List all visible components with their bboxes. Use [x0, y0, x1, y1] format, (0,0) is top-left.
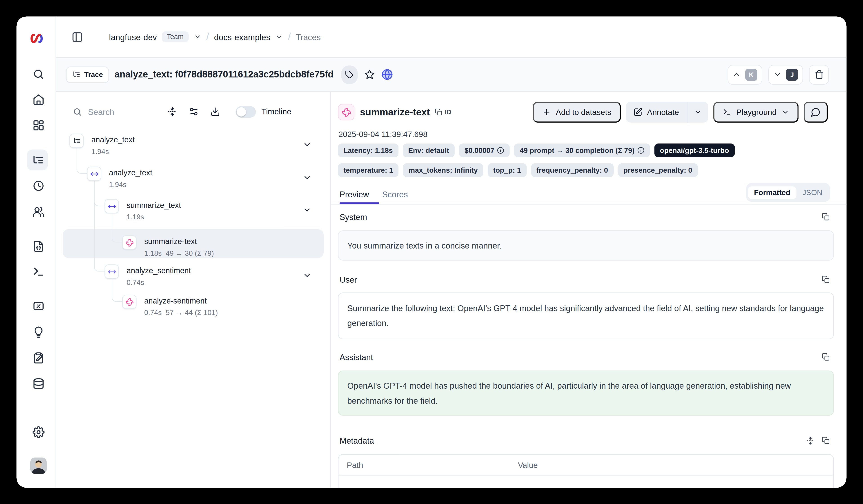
collapse-chevron-icon[interactable] — [303, 271, 312, 280]
collapse-chevron-icon[interactable] — [303, 206, 312, 215]
observation-timestamp: 2025-09-04 11:39:47.698 — [338, 130, 427, 139]
tree-row-label[interactable]: summarize-text — [144, 237, 197, 246]
search-input[interactable] — [88, 107, 154, 116]
metadata-table: Path Value — [338, 454, 834, 488]
model-params-row: temperature: 1 max_tokens: Infinity top_… — [338, 163, 698, 177]
trace-button-label: Trace — [84, 70, 103, 79]
copy-icon[interactable] — [822, 275, 830, 284]
param-badge: top_p: 1 — [488, 163, 527, 177]
dashboard-icon[interactable] — [32, 119, 45, 131]
tree-row-duration: 1.94s — [109, 180, 126, 189]
param-badge: temperature: 1 — [338, 163, 399, 177]
copy-icon[interactable] — [822, 437, 830, 445]
generation-node-icon[interactable] — [122, 235, 137, 250]
bookmark-star-icon[interactable] — [364, 69, 375, 80]
copy-icon[interactable] — [822, 353, 830, 361]
param-badge: presence_penalty: 0 — [618, 163, 698, 177]
tab-scores[interactable]: Scores — [382, 190, 408, 199]
system-section-heading: System — [340, 212, 367, 222]
panel-collapse-icon[interactable] — [72, 31, 83, 42]
cost-badge[interactable]: $0.00007 — [459, 143, 510, 157]
copy-id-button[interactable]: ID — [435, 108, 451, 116]
previous-trace-button[interactable]: K — [728, 65, 762, 85]
breadcrumb-separator: / — [288, 31, 291, 43]
fold-vertical-icon[interactable] — [167, 107, 177, 117]
tracing-tree-icon[interactable] — [32, 154, 44, 167]
collapse-chevron-icon[interactable] — [303, 140, 312, 149]
breadcrumb-environment[interactable]: docs-examples — [214, 32, 270, 41]
tree-row-duration: 1.19s — [126, 213, 144, 221]
add-to-datasets-label: Add to datasets — [556, 108, 611, 117]
format-formatted-option[interactable]: Formatted — [748, 186, 797, 199]
settings-gear-icon[interactable] — [32, 426, 45, 438]
observation-title: summarize-text — [360, 106, 430, 118]
metrics-badge-row: Latency: 1.18s Env: default $0.00007 49 … — [338, 143, 735, 157]
env-badge: Env: default — [403, 143, 455, 157]
model-badge[interactable]: openai/gpt-3.5-turbo — [654, 143, 735, 157]
tokens-badge[interactable]: 49 prompt → 30 completion (Σ 79) — [514, 143, 650, 157]
unfold-vertical-icon[interactable] — [806, 437, 815, 445]
user-section-heading: User — [340, 275, 357, 284]
format-toggle: Formatted JSON — [746, 183, 830, 202]
public-globe-icon[interactable] — [382, 69, 393, 80]
tree-row-metrics: 1.18s 49 → 30 (Σ 79) — [144, 249, 214, 257]
metadata-table-header: Path Value — [338, 455, 833, 476]
chevron-down-icon[interactable] — [193, 33, 201, 41]
user-avatar[interactable] — [30, 457, 47, 474]
trace-tree-panel: Timeline analyze_text 1.94s anal — [56, 92, 331, 488]
lightbulb-icon[interactable] — [32, 326, 45, 338]
breadcrumb-section[interactable]: Traces — [296, 32, 321, 41]
breadcrumb-project[interactable]: langfuse-dev — [109, 32, 157, 41]
search-icon[interactable] — [32, 68, 45, 80]
format-json-option[interactable]: JSON — [797, 186, 828, 199]
id-label: ID — [445, 108, 451, 116]
span-node-icon[interactable] — [87, 167, 101, 181]
param-badge: max_tokens: Infinity — [403, 163, 483, 177]
prompts-file-icon[interactable] — [32, 240, 45, 252]
span-node-icon[interactable] — [104, 264, 119, 279]
breadcrumb: langfuse-dev Team / docs-examples / Trac… — [109, 31, 321, 43]
timeline-toggle[interactable] — [236, 106, 256, 117]
playground-terminal-icon[interactable] — [32, 266, 45, 278]
tree-search[interactable] — [73, 107, 154, 116]
collapse-chevron-icon[interactable] — [303, 173, 312, 182]
home-icon[interactable] — [32, 93, 45, 105]
next-trace-button[interactable]: J — [768, 65, 803, 85]
tree-row-label[interactable]: analyze-sentiment — [144, 296, 207, 305]
assistant-message-box: OpenAI's GPT-4 model has pushed the boun… — [338, 371, 834, 416]
annotate-button[interactable]: Annotate — [625, 102, 687, 122]
detail-tabs: Preview Scores — [340, 185, 408, 203]
copy-icon[interactable] — [822, 213, 830, 221]
annotate-dropdown-chevron[interactable] — [687, 102, 708, 122]
scores-percent-icon[interactable] — [32, 300, 45, 312]
tree-row-label[interactable]: analyze_text — [91, 135, 135, 144]
tree-row-label[interactable]: summarize_text — [126, 201, 181, 209]
org-team-badge: Team — [162, 31, 189, 42]
tree-row-duration: 1.94s — [91, 147, 109, 156]
top-navigation-bar: langfuse-dev Team / docs-examples / Trac… — [56, 16, 847, 58]
generation-node-icon[interactable] — [122, 295, 137, 309]
playground-button[interactable]: Playground — [713, 102, 799, 122]
trace-type-button[interactable]: Trace — [66, 66, 109, 82]
comments-button[interactable] — [804, 102, 828, 122]
trace-header-bar: Trace analyze_text: f0f78d8887011612a3c2… — [56, 58, 847, 92]
users-icon[interactable] — [32, 206, 45, 218]
tree-row-label[interactable]: analyze_sentiment — [126, 266, 191, 275]
langfuse-logo[interactable] — [29, 32, 44, 44]
add-to-datasets-button[interactable]: Add to datasets — [533, 102, 621, 122]
timeline-label: Timeline — [261, 107, 291, 116]
trace-node-icon[interactable] — [70, 133, 84, 148]
tree-row-label[interactable]: analyze_text — [109, 168, 152, 177]
breadcrumb-separator: / — [206, 31, 209, 43]
download-icon[interactable] — [210, 107, 220, 117]
sessions-clock-icon[interactable] — [32, 180, 45, 192]
span-node-icon[interactable] — [104, 199, 119, 214]
user-message-box: Summarize the following text: OpenAI's G… — [338, 293, 834, 339]
annotation-clipboard-icon[interactable] — [32, 352, 45, 364]
datasets-database-icon[interactable] — [32, 378, 45, 390]
chevron-down-icon[interactable] — [275, 33, 283, 41]
delete-trace-button[interactable] — [809, 65, 829, 85]
tab-preview[interactable]: Preview — [340, 190, 369, 199]
tag-icon[interactable] — [341, 65, 358, 84]
view-settings-icon[interactable] — [189, 107, 199, 117]
